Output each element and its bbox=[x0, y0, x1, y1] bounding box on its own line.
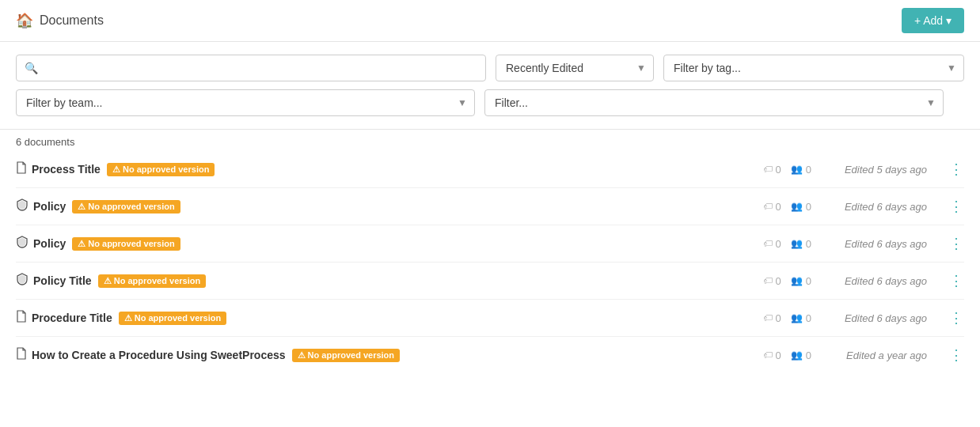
document-title[interactable]: Process Title bbox=[32, 163, 101, 176]
header-title-group: 🏠 Documents bbox=[16, 12, 104, 29]
procedure-icon bbox=[16, 347, 27, 363]
more-options-button[interactable]: ⋮ bbox=[940, 235, 964, 252]
people-number: 0 bbox=[806, 350, 811, 361]
process-icon bbox=[16, 161, 27, 177]
document-meta: 🏷 0 👥 0 Edited 6 days ago⋮ bbox=[763, 272, 964, 289]
document-title[interactable]: Policy Title bbox=[33, 274, 92, 287]
team-filter-select[interactable]: Filter by team... bbox=[16, 89, 475, 116]
sort-dropdown-wrapper: Recently Edited Recently Created Alphabe… bbox=[496, 55, 654, 81]
page-title: Documents bbox=[40, 13, 104, 28]
filter-select[interactable]: Filter... bbox=[484, 89, 944, 116]
table-row: Procedure Title⚠ No approved version 🏷 0… bbox=[16, 300, 964, 337]
table-row: Policy Title⚠ No approved version 🏷 0 👥 … bbox=[16, 263, 964, 300]
search-icon: 🔍 bbox=[25, 62, 38, 74]
procedure-icon bbox=[16, 310, 27, 326]
people-icon: 👥 bbox=[791, 201, 803, 212]
edited-timestamp: Edited 5 days ago bbox=[824, 164, 927, 176]
tags-count: 🏷 0 bbox=[763, 312, 781, 324]
tags-number: 0 bbox=[776, 275, 781, 287]
people-icon: 👥 bbox=[791, 350, 803, 361]
document-title[interactable]: Procedure Title bbox=[32, 312, 112, 324]
people-count: 👥 0 bbox=[791, 275, 811, 287]
policy-icon bbox=[16, 198, 28, 214]
filters-section: 🔍 Recently Edited Recently Created Alpha… bbox=[0, 42, 980, 130]
search-wrapper: 🔍 bbox=[16, 55, 486, 81]
document-meta: 🏷 0 👥 0 Edited a year ago⋮ bbox=[763, 346, 964, 364]
edited-timestamp: Edited 6 days ago bbox=[824, 238, 927, 250]
people-count: 👥 0 bbox=[791, 164, 811, 176]
edited-timestamp: Edited a year ago bbox=[824, 350, 927, 361]
tags-count: 🏷 0 bbox=[763, 238, 781, 250]
more-options-button[interactable]: ⋮ bbox=[940, 272, 964, 289]
no-approved-version-badge: ⚠ No approved version bbox=[292, 349, 400, 362]
no-approved-version-badge: ⚠ No approved version bbox=[107, 163, 215, 176]
tag-filter-select[interactable]: Filter by tag... bbox=[663, 55, 964, 81]
no-approved-version-badge: ⚠ No approved version bbox=[98, 274, 206, 288]
people-number: 0 bbox=[806, 238, 811, 250]
people-count: 👥 0 bbox=[791, 312, 811, 324]
tag-icon: 🏷 bbox=[763, 164, 773, 175]
more-options-button[interactable]: ⋮ bbox=[940, 198, 964, 215]
people-count: 👥 0 bbox=[791, 238, 811, 250]
no-approved-version-badge: ⚠ No approved version bbox=[72, 200, 180, 214]
search-input[interactable] bbox=[44, 55, 477, 81]
tags-number: 0 bbox=[776, 164, 781, 176]
people-icon: 👥 bbox=[791, 164, 803, 175]
document-meta: 🏷 0 👥 0 Edited 6 days ago⋮ bbox=[763, 235, 964, 252]
document-meta: 🏷 0 👥 0 Edited 6 days ago⋮ bbox=[763, 198, 964, 215]
table-row: Policy⚠ No approved version 🏷 0 👥 0 Edit… bbox=[16, 225, 964, 263]
document-title[interactable]: Policy bbox=[33, 237, 66, 250]
tag-icon: 🏷 bbox=[763, 275, 773, 286]
sort-select[interactable]: Recently Edited Recently Created Alphabe… bbox=[496, 55, 654, 81]
document-title[interactable]: Policy bbox=[33, 200, 66, 213]
tag-icon: 🏷 bbox=[763, 312, 773, 323]
more-options-button[interactable]: ⋮ bbox=[940, 309, 964, 327]
policy-icon bbox=[16, 236, 28, 251]
tags-count: 🏷 0 bbox=[763, 275, 781, 287]
tag-icon: 🏷 bbox=[763, 238, 773, 249]
table-row: Process Title⚠ No approved version 🏷 0 👥… bbox=[16, 151, 964, 188]
edited-timestamp: Edited 6 days ago bbox=[824, 201, 927, 213]
document-meta: 🏷 0 👥 0 Edited 6 days ago⋮ bbox=[763, 309, 964, 327]
tags-number: 0 bbox=[776, 201, 781, 213]
policy-icon bbox=[16, 273, 28, 289]
people-number: 0 bbox=[806, 312, 811, 324]
more-options-button[interactable]: ⋮ bbox=[940, 161, 964, 178]
document-count: 6 documents bbox=[0, 130, 980, 151]
home-icon: 🏠 bbox=[16, 12, 33, 29]
edited-timestamp: Edited 6 days ago bbox=[824, 275, 927, 287]
filters-row1: 🔍 Recently Edited Recently Created Alpha… bbox=[16, 55, 964, 81]
no-approved-version-badge: ⚠ No approved version bbox=[119, 312, 226, 325]
document-title[interactable]: How to Create a Procedure Using SweetPro… bbox=[32, 349, 286, 361]
team-filter-wrapper: Filter by team... ▼ bbox=[16, 89, 475, 116]
tag-icon: 🏷 bbox=[763, 201, 773, 212]
people-count: 👥 0 bbox=[791, 350, 811, 361]
people-count: 👥 0 bbox=[791, 201, 811, 213]
tags-count: 🏷 0 bbox=[763, 164, 781, 176]
edited-timestamp: Edited 6 days ago bbox=[824, 312, 927, 324]
people-icon: 👥 bbox=[791, 238, 803, 249]
document-list: Process Title⚠ No approved version 🏷 0 👥… bbox=[0, 151, 980, 373]
tags-count: 🏷 0 bbox=[763, 350, 781, 361]
filters-row2: Filter by team... ▼ Filter... ▼ bbox=[16, 89, 964, 116]
people-number: 0 bbox=[806, 275, 811, 287]
table-row: Policy⚠ No approved version 🏷 0 👥 0 Edit… bbox=[16, 188, 964, 225]
tags-number: 0 bbox=[776, 238, 781, 250]
people-icon: 👥 bbox=[791, 312, 803, 323]
header: 🏠 Documents + Add ▾ bbox=[0, 0, 980, 42]
table-row: How to Create a Procedure Using SweetPro… bbox=[16, 337, 964, 373]
people-icon: 👥 bbox=[791, 275, 803, 286]
document-meta: 🏷 0 👥 0 Edited 5 days ago⋮ bbox=[763, 161, 964, 178]
no-approved-version-badge: ⚠ No approved version bbox=[72, 237, 180, 251]
tag-filter-wrapper: Filter by tag... ▼ bbox=[663, 55, 964, 81]
tag-icon: 🏷 bbox=[763, 350, 773, 361]
tags-number: 0 bbox=[776, 312, 781, 324]
people-number: 0 bbox=[806, 201, 811, 213]
add-button[interactable]: + Add ▾ bbox=[902, 8, 964, 33]
filter-wrapper: Filter... ▼ bbox=[484, 89, 944, 116]
tags-number: 0 bbox=[776, 350, 781, 361]
more-options-button[interactable]: ⋮ bbox=[940, 346, 964, 364]
tags-count: 🏷 0 bbox=[763, 201, 781, 213]
people-number: 0 bbox=[806, 164, 811, 176]
